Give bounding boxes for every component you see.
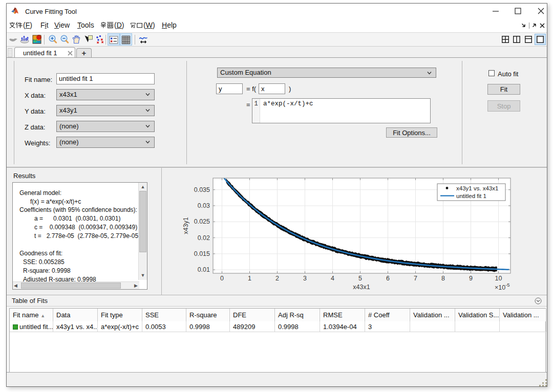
svg-text:x43y1: x43y1 (182, 217, 189, 234)
svg-text:0.01: 0.01 (198, 266, 210, 273)
svg-text:0.03: 0.03 (198, 202, 210, 209)
svg-text:4: 4 (331, 275, 334, 282)
svg-text:untitled fit 1: untitled fit 1 (456, 193, 486, 199)
svg-text:×10: ×10 (495, 284, 505, 291)
svg-text:8: 8 (441, 275, 445, 282)
svg-text:-5: -5 (505, 282, 509, 288)
svg-text:0.035: 0.035 (194, 186, 210, 193)
svg-text:9: 9 (469, 275, 473, 282)
svg-text:3: 3 (303, 275, 307, 282)
svg-text:7: 7 (414, 275, 417, 282)
svg-text:0.025: 0.025 (194, 218, 210, 225)
svg-text:10: 10 (495, 275, 502, 282)
svg-text:0: 0 (220, 275, 224, 282)
svg-text:0.02: 0.02 (198, 234, 210, 242)
svg-text:2: 2 (275, 275, 279, 282)
svg-text:x43x1: x43x1 (353, 284, 370, 291)
svg-text:1: 1 (248, 275, 251, 282)
svg-text:0.015: 0.015 (194, 250, 210, 257)
svg-text:6: 6 (386, 275, 390, 282)
svg-text:x43y1 vs. x43x1: x43y1 vs. x43x1 (456, 185, 498, 191)
svg-text:5: 5 (358, 275, 362, 282)
